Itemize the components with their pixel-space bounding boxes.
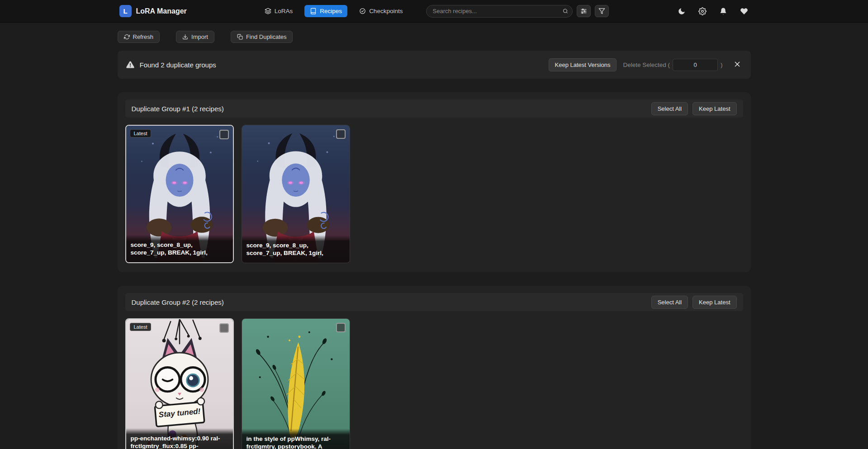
group-1-keep-latest-button[interactable]: Keep Latest [693,102,736,115]
top-navbar: L LoRA Manager LoRAs Recipes [0,0,868,23]
recipe-select-checkbox[interactable] [219,130,229,139]
import-icon [182,34,188,40]
favorites-button[interactable] [739,6,749,16]
refresh-icon [124,34,130,40]
theme-toggle-button[interactable] [677,6,687,16]
book-icon [310,8,317,14]
recipe-caption: in the style of ppWhimsy, ral-frctlgmtry… [242,429,350,449]
search-input[interactable] [426,5,573,18]
heart-icon [740,7,748,15]
find-duplicates-button[interactable]: Find Duplicates [231,31,293,43]
latest-badge: Latest [130,129,152,137]
import-label: Import [191,33,208,40]
recipe-card[interactable]: score_9, score_8_up, score_7_up, BREAK, … [242,125,350,263]
recipe-caption: score_9, score_8_up, score_7_up, BREAK, … [126,235,233,262]
group-1-header: Duplicate Group #1 (2 recipes) Select Al… [125,99,743,118]
check-circle-icon [359,8,366,14]
recipe-card[interactable]: in the style of ppWhimsy, ral-frctlgmtry… [242,318,350,449]
app-brand: L LoRA Manager [119,5,187,17]
close-icon [734,61,741,68]
group-2-title: Duplicate Group #2 (2 recipes) [132,298,224,306]
delete-selected-group: Delete Selected ( ) [623,59,722,71]
group-2-keep-latest-button[interactable]: Keep Latest [693,296,736,309]
duplicate-group-1: Duplicate Group #1 (2 recipes) Select Al… [118,92,751,272]
nav-tab-loras[interactable]: LoRAs [259,5,299,17]
layers-icon [265,8,271,14]
recipe-caption: pp-enchanted-whimsy:0.90 ral-frctlgmtry_… [126,428,233,449]
funnel-icon [598,8,605,14]
recipe-card[interactable]: Latest score_9, score_8_up, score_7_up, … [125,125,234,263]
delete-selected-label-close: ) [721,61,723,68]
search-container [426,5,573,18]
settings-button[interactable] [697,6,707,16]
recipe-select-checkbox[interactable] [219,323,229,333]
recipe-select-checkbox[interactable] [336,323,346,332]
import-button[interactable]: Import [176,31,214,43]
nav-tab-label: LoRAs [275,8,293,14]
moon-icon [678,7,686,15]
sliders-icon [580,8,587,14]
recipe-select-checkbox[interactable] [336,129,346,139]
keep-latest-versions-button[interactable]: Keep Latest Versions [549,58,617,71]
group-2-select-all-button[interactable]: Select All [651,296,688,309]
recipes-toolbar: Refresh Import Find Duplicates [118,31,751,43]
delete-count-input[interactable] [673,59,718,71]
group-2-cards: Stay tuned! Latest pp-enchanted-whimsy:0… [125,318,743,449]
app-logo: L [119,5,132,17]
latest-badge: Latest [130,323,152,331]
nav-tab-recipes[interactable]: Recipes [304,5,347,17]
group-2-header: Duplicate Group #2 (2 recipes) Select Al… [125,293,743,311]
group-2-actions: Select All Keep Latest [651,296,737,309]
search-area [426,5,609,18]
notifications-button[interactable] [718,6,728,16]
main-content: Refresh Import Find Duplicates [118,31,751,449]
duplicates-banner: Found 2 duplicate groups Keep Latest Ver… [118,51,751,79]
navbar-icon-group [677,6,749,16]
banner-close-button[interactable] [732,59,743,71]
bell-icon [719,7,727,15]
sort-options-button[interactable] [577,5,591,17]
main-nav: LoRAs Recipes Checkpoints [259,5,408,17]
banner-actions: Keep Latest Versions Delete Selected ( ) [549,58,743,71]
recipe-caption: score_9, score_8_up, score_7_up, BREAK, … [242,235,350,263]
duplicate-group-2: Duplicate Group #2 (2 recipes) Select Al… [118,286,751,449]
banner-message: Found 2 duplicate groups [140,61,216,69]
banner-message-group: Found 2 duplicate groups [126,60,216,69]
filter-button[interactable] [595,5,609,17]
gear-icon [698,7,707,15]
group-1-title: Duplicate Group #1 (2 recipes) [132,105,224,113]
refresh-label: Refresh [133,33,154,40]
group-1-actions: Select All Keep Latest [651,102,737,115]
logo-letter: L [123,7,127,15]
refresh-button[interactable]: Refresh [118,31,160,43]
warning-icon [126,60,135,69]
delete-selected-label: Delete Selected ( [623,61,670,68]
nav-tab-label: Recipes [320,8,342,14]
find-duplicates-label: Find Duplicates [246,33,287,40]
search-icon [563,8,568,14]
copy-icon [237,34,243,40]
group-1-cards: Latest score_9, score_8_up, score_7_up, … [125,125,743,263]
nav-tab-label: Checkpoints [369,8,403,14]
recipe-card[interactable]: Stay tuned! Latest pp-enchanted-whimsy:0… [125,318,234,449]
group-1-select-all-button[interactable]: Select All [651,102,688,115]
nav-tab-checkpoints[interactable]: Checkpoints [354,5,408,17]
app-title: LoRA Manager [136,7,187,15]
search-button[interactable] [560,6,571,17]
